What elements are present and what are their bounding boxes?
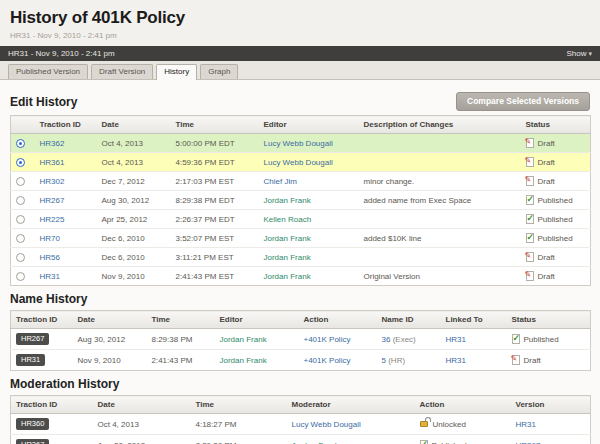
toolbar-info: HR31 - Nov 9, 2010 - 2:41 pm [8, 49, 115, 58]
table-header-row: Traction ID Date Time Editor Action Name… [11, 311, 591, 329]
column-header-version: Version [511, 396, 591, 414]
tab-graph[interactable]: Graph [200, 64, 238, 79]
description-cell: minor change. [359, 172, 521, 191]
column-header-moderator: Moderator [287, 396, 415, 414]
version-radio[interactable] [16, 139, 25, 148]
column-header-time: Time [171, 116, 259, 134]
traction-id-badge[interactable]: HR267 [16, 439, 49, 444]
column-header-date: Date [73, 311, 147, 329]
column-header-select [11, 116, 35, 134]
editor-link[interactable]: Kellen Roach [264, 215, 312, 224]
status-label: Draft [538, 158, 555, 167]
tab-history[interactable]: History [156, 64, 197, 80]
tab-published-version[interactable]: Published Version [8, 64, 88, 79]
version-radio[interactable] [16, 272, 25, 281]
version-link[interactable]: HR267 [516, 441, 541, 444]
column-header-date: Date [93, 396, 191, 414]
status-label: Published [538, 196, 573, 205]
moderator-link[interactable]: Lucy Webb Dougall [292, 420, 361, 429]
traction-id-link[interactable]: HR267 [40, 196, 65, 205]
column-header-editor: Editor [259, 116, 359, 134]
traction-id-link[interactable]: HR361 [40, 158, 65, 167]
traction-id-badge[interactable]: HR360 [16, 418, 49, 430]
linked-to-link[interactable]: HR31 [446, 335, 466, 344]
status-label: Draft [538, 139, 555, 148]
date-cell: Dec 7, 2012 [97, 172, 171, 191]
draft-icon [526, 176, 534, 186]
editor-link[interactable]: Jordan Frank [264, 253, 311, 262]
table-row: HR225 Apr 25, 2012 2:26:37 PM EDT Kellen… [11, 210, 591, 229]
time-cell: 3:52:07 PM EST [171, 229, 259, 248]
action-link[interactable]: +401K Policy [304, 335, 351, 344]
table-row: HR267 Aug 30, 2012 8:29:38 PM Jordan Fra… [11, 435, 591, 444]
time-cell: 5:00:00 PM EDT [171, 134, 259, 153]
tab-bar: Published Version Draft Version History … [0, 61, 600, 80]
traction-id-link[interactable]: HR56 [40, 253, 60, 262]
name-scope: (HR) [388, 356, 405, 365]
name-id-link[interactable]: 36 [382, 335, 391, 344]
status-label: Draft [538, 272, 555, 281]
action-label: Unlocked [433, 420, 466, 429]
moderation-history-table: Traction ID Date Time Moderator Action V… [10, 395, 591, 444]
description-cell [359, 134, 521, 153]
tab-draft-version[interactable]: Draft Version [91, 64, 153, 79]
editor-link[interactable]: Jordan Frank [220, 356, 267, 365]
traction-id-link[interactable]: HR31 [40, 272, 60, 281]
column-header-name-id: Name ID [377, 311, 441, 329]
traction-id-badge[interactable]: HR267 [16, 333, 49, 345]
editor-link[interactable]: Lucy Webb Dougall [264, 139, 333, 148]
traction-id-link[interactable]: HR225 [40, 215, 65, 224]
moderator-link[interactable]: Jordan Frank [292, 441, 339, 444]
traction-id-link[interactable]: HR70 [40, 234, 60, 243]
traction-id-link[interactable]: HR302 [40, 177, 65, 186]
description-cell: Original Version [359, 267, 521, 286]
date-cell: Oct 4, 2013 [93, 414, 191, 435]
time-cell: 2:17:03 PM EST [171, 172, 259, 191]
time-cell: 8:29:38 PM [147, 329, 215, 350]
table-row: HR70 Dec 6, 2010 3:52:07 PM EST Jordan F… [11, 229, 591, 248]
version-radio[interactable] [16, 253, 25, 262]
show-menu[interactable]: Show▾ [566, 49, 592, 58]
column-header-action: Action [299, 311, 377, 329]
editor-link[interactable]: Jordan Frank [264, 234, 311, 243]
time-cell: 2:41:43 PM EST [171, 267, 259, 286]
table-header-row: Traction ID Date Time Moderator Action V… [11, 396, 591, 414]
description-cell [359, 210, 521, 229]
version-radio[interactable] [16, 158, 25, 167]
version-radio[interactable] [16, 196, 25, 205]
version-radio[interactable] [16, 234, 25, 243]
draft-icon [526, 271, 534, 281]
editor-link[interactable]: Lucy Webb Dougall [264, 158, 333, 167]
name-history-table: Traction ID Date Time Editor Action Name… [10, 310, 591, 371]
version-radio[interactable] [16, 215, 25, 224]
traction-id-link[interactable]: HR362 [40, 139, 65, 148]
name-id-link[interactable]: 5 [382, 356, 386, 365]
edit-history-header: Edit History Compare Selected Versions [10, 92, 590, 111]
editor-link[interactable]: Chief Jim [264, 177, 297, 186]
editor-link[interactable]: Jordan Frank [264, 196, 311, 205]
traction-id-badge[interactable]: HR31 [16, 354, 45, 366]
version-link[interactable]: HR31 [516, 420, 536, 429]
table-row: HR267 Aug 30, 2012 8:29:38 PM Jordan Fra… [11, 329, 591, 350]
date-cell: Oct 4, 2013 [97, 134, 171, 153]
column-header-date: Date [97, 116, 171, 134]
date-cell: Oct 4, 2013 [97, 153, 171, 172]
date-cell: Aug 30, 2012 [97, 191, 171, 210]
linked-to-link[interactable]: HR31 [446, 356, 466, 365]
draft-icon [526, 252, 534, 262]
published-icon [512, 334, 520, 344]
column-header-time: Time [191, 396, 287, 414]
compare-selected-versions-button[interactable]: Compare Selected Versions [456, 92, 590, 111]
column-header-traction-id: Traction ID [35, 116, 97, 134]
table-row: HR31 Nov 9, 2010 2:41:43 PM EST Jordan F… [11, 267, 591, 286]
page-subtitle: HR31 - Nov 9, 2010 - 2:41 pm [10, 31, 590, 40]
status-label: Published [538, 234, 573, 243]
editor-link[interactable]: Jordan Frank [220, 335, 267, 344]
description-cell [359, 153, 521, 172]
published-icon [526, 214, 534, 224]
table-header-row: Traction ID Date Time Editor Description… [11, 116, 591, 134]
editor-link[interactable]: Jordan Frank [264, 272, 311, 281]
action-link[interactable]: +401K Policy [304, 356, 351, 365]
status-label: Published [524, 335, 559, 344]
version-radio[interactable] [16, 177, 25, 186]
